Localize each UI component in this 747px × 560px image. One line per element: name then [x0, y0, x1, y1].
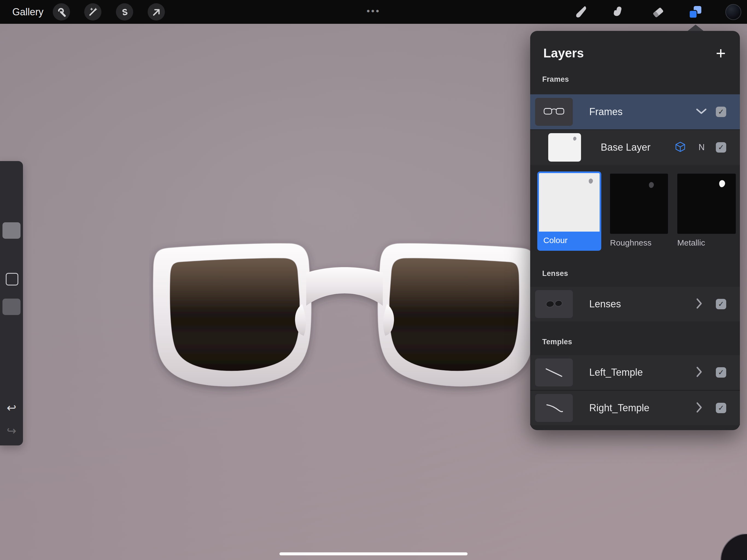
chevron-right-icon[interactable] — [696, 366, 702, 378]
layer-row-right-temple[interactable]: Right_Temple ✓ — [530, 391, 740, 425]
layer-label: Left_Temple — [589, 367, 643, 378]
metallic-channel-thumbnail — [677, 174, 736, 234]
lenses-thumb-icon — [543, 298, 565, 310]
paint-blob-icon — [571, 136, 578, 143]
brush-opacity-slider[interactable] — [2, 299, 21, 315]
material-card-colour[interactable]: Colour — [537, 172, 601, 251]
layer-label: Frames — [589, 106, 623, 118]
chevron-right-icon[interactable] — [696, 298, 702, 310]
material-label: Metallic — [677, 238, 736, 248]
canvas-corner-curl — [717, 534, 747, 560]
layer-visibility-checkbox[interactable]: ✓ — [716, 142, 726, 153]
canvas-options-handle[interactable]: ••• — [367, 0, 381, 24]
layer-row-frames[interactable]: Frames ✓ — [530, 94, 740, 129]
layer-label: Base Layer — [601, 142, 650, 153]
right-temple-icon — [543, 402, 565, 414]
base-layer-thumbnail[interactable] — [548, 133, 581, 161]
layer-label: Right_Temple — [589, 402, 649, 414]
layer-visibility-checkbox[interactable]: ✓ — [716, 367, 726, 378]
material-card-metallic[interactable]: Metallic — [677, 174, 736, 248]
right-temple-thumbnail[interactable] — [535, 394, 573, 422]
popover-caret — [688, 25, 703, 31]
brush-size-slider[interactable] — [2, 222, 21, 239]
layers-panel-button[interactable] — [683, 0, 707, 24]
redo-button[interactable]: ↪ — [0, 425, 23, 437]
layer-label: Lenses — [589, 298, 621, 310]
actions-button[interactable] — [53, 3, 70, 21]
home-indicator[interactable] — [279, 552, 468, 555]
paint-blob-icon — [645, 181, 656, 192]
roughness-channel-thumbnail — [610, 174, 668, 234]
transform-button[interactable] — [148, 3, 165, 21]
sunglasses-artwork — [149, 238, 540, 397]
gallery-button[interactable]: Gallery — [12, 0, 44, 24]
modify-button[interactable] — [6, 273, 18, 285]
brush-sidebar: ↩ ↪ — [0, 161, 23, 446]
layer-row-lenses[interactable]: Lenses ✓ — [530, 287, 740, 321]
section-label-temples: Temples — [542, 338, 572, 346]
layer-visibility-checkbox[interactable]: ✓ — [716, 299, 726, 309]
section-label-lenses: Lenses — [542, 269, 568, 278]
chevron-right-icon[interactable] — [696, 402, 702, 414]
selection-s-icon — [120, 7, 130, 17]
chevron-down-icon[interactable] — [696, 108, 707, 116]
frames-layer-thumbnail[interactable] — [535, 98, 573, 126]
current-color-swatch — [725, 4, 741, 20]
blend-mode-button[interactable]: N — [697, 143, 706, 152]
glasses-thumb-icon — [542, 105, 566, 119]
selection-button[interactable] — [116, 3, 133, 21]
brush-tool-button[interactable] — [569, 0, 594, 24]
colour-channel-thumbnail — [539, 173, 600, 232]
layer-visibility-checkbox[interactable]: ✓ — [716, 403, 726, 413]
material-card-roughness[interactable]: Roughness — [610, 174, 668, 248]
wrench-icon — [56, 7, 67, 17]
layers-panel: Layers + Frames Frames ✓ — [530, 31, 740, 430]
smudge-tool-button[interactable] — [606, 0, 631, 24]
material-label: Roughness — [610, 238, 668, 248]
layer-row-base-layer[interactable]: Base Layer N ✓ — [530, 130, 740, 165]
paint-blob-icon — [585, 177, 595, 187]
left-temple-thumbnail[interactable] — [535, 358, 573, 386]
lenses-layer-thumbnail[interactable] — [535, 290, 573, 318]
layers-icon — [688, 5, 702, 19]
3d-material-cube-icon[interactable] — [675, 142, 685, 153]
eraser-icon — [651, 5, 664, 19]
add-layer-button[interactable]: + — [714, 46, 728, 60]
left-temple-icon — [543, 366, 565, 378]
material-label: Colour — [539, 232, 600, 249]
procreate-app: Gallery — [0, 0, 747, 560]
layers-title: Layers — [543, 46, 584, 60]
layer-visibility-checkbox[interactable]: ✓ — [716, 107, 726, 117]
paint-blob-icon — [715, 179, 728, 192]
section-label-frames: Frames — [542, 75, 569, 84]
brush-icon — [575, 5, 588, 19]
magic-wand-icon — [88, 7, 98, 17]
smudge-finger-icon — [612, 5, 625, 19]
undo-button[interactable]: ↩ — [0, 402, 23, 414]
transform-arrow-icon — [151, 7, 162, 17]
adjustments-button[interactable] — [84, 3, 101, 21]
top-toolbar: Gallery — [0, 0, 747, 24]
eraser-tool-button[interactable] — [646, 0, 670, 24]
layer-row-left-temple[interactable]: Left_Temple ✓ — [530, 355, 740, 390]
layers-panel-header: Layers + — [543, 44, 728, 62]
color-picker-button[interactable] — [721, 0, 746, 24]
